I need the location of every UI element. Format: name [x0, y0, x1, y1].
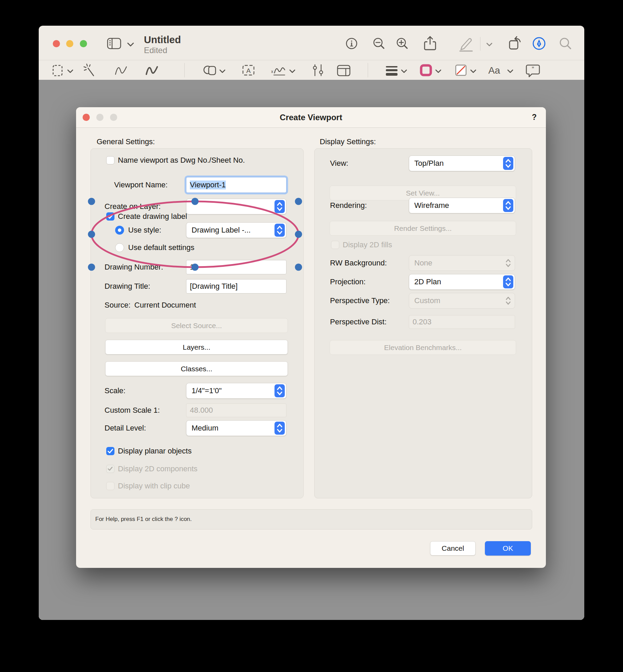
smart-lasso-icon[interactable]	[83, 63, 98, 78]
perspective-type-popup: Custom	[409, 293, 515, 309]
display-settings-header: Display Settings:	[320, 137, 376, 146]
view-popup[interactable]: Top/Plan	[409, 155, 515, 171]
rotate-left-icon[interactable]	[507, 35, 523, 52]
text-style-icon[interactable]: Aa	[487, 63, 506, 78]
display-2d-fills-label: Display 2D fills	[343, 240, 392, 249]
dialog-titlebar: Create Viewport ?	[76, 107, 546, 128]
field-value: 0.203	[413, 318, 431, 326]
draw-icon[interactable]	[144, 63, 160, 78]
line-weight-icon[interactable]	[384, 63, 400, 78]
zoom-in-icon[interactable]	[395, 36, 410, 51]
perspective-dist-label: Perspective Dist:	[330, 318, 387, 326]
info-icon[interactable]	[344, 36, 359, 51]
chevron-down-icon[interactable]	[401, 69, 407, 74]
stepper-icon	[503, 275, 513, 288]
create-on-layer-label: Create on Layer:	[105, 202, 161, 211]
display-planar-checkbox[interactable]	[106, 447, 114, 455]
field-value: 48.000	[190, 406, 213, 415]
chevron-down-icon[interactable]	[486, 42, 493, 47]
use-style-popup[interactable]: Drawing Label -...	[186, 222, 286, 238]
fill-color-icon[interactable]	[453, 63, 468, 78]
chevron-down-icon[interactable]	[127, 42, 134, 47]
detail-level-popup[interactable]: Medium	[186, 420, 286, 436]
rendering-label: Rendering:	[330, 201, 367, 210]
border-color-icon[interactable]	[418, 63, 433, 78]
svg-text:x: x	[271, 69, 273, 74]
sketch-icon[interactable]	[113, 63, 129, 78]
selection-icon[interactable]	[51, 63, 65, 78]
selected-text: Viewport-1	[190, 181, 226, 189]
viewport-name-label: Viewport Name:	[114, 181, 168, 189]
popup-value: Wireframe	[409, 201, 503, 210]
name-as-dwg-checkbox[interactable]	[106, 156, 114, 164]
close-button[interactable]	[53, 40, 60, 47]
popup-value: Drawing Label -...	[186, 226, 274, 235]
select-source-button[interactable]: Select Source...	[105, 318, 288, 333]
shapes-icon[interactable]	[202, 63, 218, 78]
general-settings-header: General Settings:	[97, 137, 155, 146]
popup-value: None	[409, 259, 503, 267]
rw-background-label: RW Background:	[330, 259, 387, 267]
toolbar-divider	[184, 63, 185, 77]
share-icon[interactable]	[423, 35, 438, 52]
layout-frame-icon[interactable]	[336, 63, 352, 78]
source-label: Source:	[105, 301, 131, 310]
markup-pen-icon[interactable]	[531, 35, 547, 52]
render-settings-button[interactable]: Render Settings...	[330, 221, 516, 236]
note-icon[interactable]: ”	[525, 62, 541, 78]
toolbar-divider	[368, 63, 368, 77]
display-clip-cube-checkbox	[106, 482, 114, 490]
projection-label: Projection:	[330, 277, 366, 286]
use-style-label: Use style:	[128, 226, 161, 235]
field-value: [Drawing Title]	[190, 282, 237, 291]
use-style-radio[interactable]	[115, 226, 124, 235]
zoom-out-icon[interactable]	[371, 36, 387, 51]
elevation-benchmarks-button[interactable]: Elevation Benchmarks...	[330, 340, 516, 355]
create-drawing-label-checkbox[interactable]	[106, 212, 114, 221]
perspective-type-label: Perspective Type:	[330, 296, 390, 305]
svg-text:A: A	[246, 67, 251, 74]
minimize-button[interactable]	[66, 40, 73, 47]
popup-value: Custom	[409, 296, 503, 305]
popup-value: Top/Plan	[409, 159, 503, 168]
maximize-button[interactable]	[80, 40, 87, 47]
viewport-name-input[interactable]: Viewport-1	[186, 177, 286, 193]
chevron-down-icon[interactable]	[507, 69, 514, 74]
chevron-down-icon[interactable]	[219, 69, 226, 74]
document-canvas: Create Viewport ? General Settings: Disp…	[39, 80, 584, 620]
search-icon[interactable]	[558, 36, 573, 51]
stepper-icon	[274, 224, 285, 237]
projection-popup[interactable]: 2D Plan	[409, 274, 515, 290]
cancel-button[interactable]: Cancel	[430, 541, 476, 556]
field-value: 1	[190, 263, 194, 272]
drawing-title-label: Drawing Title:	[105, 282, 150, 291]
drawing-title-input[interactable]: [Drawing Title]	[186, 279, 286, 294]
adjust-sliders-icon[interactable]	[310, 63, 326, 78]
help-text: For Help, press F1 or click the ? icon.	[95, 516, 192, 523]
use-default-radio[interactable]	[115, 243, 124, 252]
dialog-help-button[interactable]: ?	[532, 113, 537, 122]
ok-button[interactable]: OK	[485, 541, 531, 556]
chevron-down-icon[interactable]	[435, 69, 442, 74]
display-2d-fills-checkbox	[331, 241, 339, 249]
rendering-popup[interactable]: Wireframe	[409, 198, 515, 213]
highlighter-pencil-icon[interactable]	[457, 35, 474, 52]
signature-icon[interactable]: x	[269, 63, 288, 78]
scale-popup[interactable]: 1/4"=1'0"	[186, 383, 286, 399]
use-default-label: Use default settings	[128, 243, 194, 252]
create-viewport-dialog: Create Viewport ? General Settings: Disp…	[76, 107, 546, 568]
drawing-number-input[interactable]: 1	[186, 260, 286, 274]
display-2d-components-checkbox	[106, 465, 114, 473]
sidebar-toggle-icon[interactable]	[106, 37, 122, 50]
scale-label: Scale:	[105, 386, 125, 395]
stepper-icon	[503, 294, 513, 307]
text-box-icon[interactable]: A	[241, 63, 256, 78]
chevron-down-icon[interactable]	[67, 69, 74, 74]
chevron-down-icon[interactable]	[289, 69, 296, 74]
window-subtitle: Edited	[144, 46, 167, 55]
classes-button[interactable]: Classes...	[105, 361, 288, 376]
detail-level-label: Detail Level:	[105, 424, 146, 433]
create-on-layer-popup[interactable]	[186, 199, 286, 214]
layers-button[interactable]: Layers...	[105, 340, 288, 354]
chevron-down-icon[interactable]	[470, 69, 477, 74]
